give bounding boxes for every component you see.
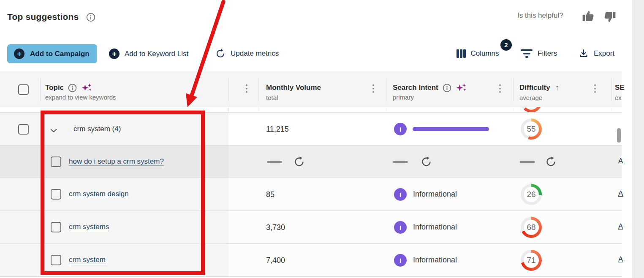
- topic-label[interactable]: crm system (4): [73, 125, 121, 133]
- intent-badge: I: [394, 254, 407, 267]
- filters-button[interactable]: Filters: [521, 49, 557, 58]
- export-label: Export: [594, 49, 614, 58]
- add-to-keyword-list-button[interactable]: + Add to Keyword List: [109, 49, 188, 59]
- column-header-truncated[interactable]: SE: [615, 84, 625, 92]
- empty-value-dash: [520, 161, 535, 163]
- add-to-campaign-label: Add to Campaign: [30, 50, 90, 58]
- truncated-column-sublabel: ex: [615, 94, 622, 101]
- filters-label: Filters: [538, 49, 557, 58]
- table-row-keyword: crm system design 85 I Informational 26 …: [0, 178, 622, 211]
- info-icon[interactable]: [442, 83, 452, 93]
- table-row-topic: crm system (4) 11,215 I 55: [0, 113, 622, 146]
- monthly-volume-column-menu[interactable]: [371, 83, 376, 94]
- intent-label: Informational: [413, 190, 457, 199]
- row-checkbox[interactable]: [51, 189, 61, 200]
- collapse-chevron-icon[interactable]: [50, 127, 57, 134]
- truncated-link[interactable]: A: [618, 255, 623, 264]
- keyword-link[interactable]: crm systems: [69, 223, 109, 231]
- column-header-search-intent[interactable]: Search Intent: [393, 83, 467, 93]
- topic-column-menu[interactable]: [244, 83, 249, 94]
- thumbs-up-button[interactable]: [582, 9, 595, 24]
- partial-row: [0, 107, 622, 113]
- keyword-link[interactable]: how do i setup a crm system?: [69, 157, 164, 166]
- update-metrics-button[interactable]: Update metrics: [215, 49, 279, 59]
- intent-badge: I: [394, 188, 407, 201]
- refresh-metric-button[interactable]: [293, 156, 305, 169]
- refresh-metric-button[interactable]: [421, 156, 432, 169]
- column-header-topic[interactable]: Topic: [45, 83, 92, 93]
- monthly-volume-sublabel: total: [266, 94, 278, 101]
- intent-distribution-bar: [413, 127, 489, 131]
- intent-badge: I: [394, 123, 407, 135]
- sort-ascending-icon: ↑: [555, 83, 560, 92]
- difficulty-gauge: 71: [521, 250, 542, 271]
- table-row-keyword: crm systems 3,730 I Informational 68 A: [0, 211, 622, 244]
- ai-sparkles-icon: [81, 83, 92, 93]
- update-metrics-label: Update metrics: [231, 49, 279, 58]
- plus-icon: +: [109, 49, 120, 59]
- ai-sparkles-icon: [456, 83, 467, 93]
- info-icon[interactable]: [68, 83, 77, 93]
- search-intent-header-label: Search Intent: [393, 84, 438, 92]
- partial-difficulty-gauge: [521, 107, 542, 113]
- topic-header-sublabel: expand to view keywords: [45, 94, 116, 101]
- difficulty-gauge: 68: [521, 217, 542, 238]
- difficulty-gauge: 26: [521, 184, 542, 205]
- info-icon[interactable]: [86, 12, 96, 24]
- plus-icon: +: [14, 49, 24, 59]
- columns-icon: [457, 49, 466, 58]
- download-icon: [579, 49, 589, 59]
- monthly-volume-value: 7,400: [266, 256, 285, 265]
- row-checkbox[interactable]: [51, 157, 61, 167]
- difficulty-column-menu[interactable]: [592, 83, 598, 94]
- thumbs-down-icon: [603, 10, 617, 24]
- page-edge-strip: [632, 0, 644, 278]
- helpful-prompt: Is this helpful?: [517, 11, 563, 20]
- monthly-volume-value: 3,730: [266, 223, 285, 232]
- export-button[interactable]: Export: [579, 49, 614, 59]
- table-row-keyword: how do i setup a crm system? A: [0, 146, 622, 178]
- keyword-link[interactable]: crm system design: [69, 190, 129, 198]
- page-title: Top suggestions: [7, 12, 79, 22]
- thumbs-up-icon: [582, 9, 595, 23]
- intent-label: Informational: [413, 256, 457, 265]
- add-to-campaign-button[interactable]: + Add to Campaign: [7, 44, 97, 63]
- columns-badge: 2: [500, 39, 512, 51]
- table-row-keyword: crm system 7,400 I Informational 71 A: [0, 244, 622, 277]
- row-checkbox[interactable]: [51, 255, 61, 265]
- truncated-link[interactable]: A: [618, 222, 623, 231]
- truncated-link[interactable]: A: [618, 157, 623, 165]
- truncated-link[interactable]: A: [618, 189, 623, 198]
- refresh-icon: [215, 49, 226, 59]
- row-checkbox[interactable]: [18, 124, 29, 135]
- keyword-link[interactable]: crm system: [69, 256, 106, 264]
- monthly-volume-value: 85: [266, 190, 274, 199]
- refresh-metric-button[interactable]: [545, 156, 557, 169]
- filters-icon: [521, 49, 533, 58]
- thumbs-down-button[interactable]: [603, 10, 617, 25]
- difficulty-gauge: 55: [521, 119, 542, 140]
- empty-value-dash: [393, 161, 408, 163]
- columns-label: Columns: [471, 49, 499, 58]
- intent-label: Informational: [413, 223, 457, 232]
- columns-button[interactable]: Columns: [457, 49, 499, 58]
- difficulty-header-label: Difficulty: [519, 84, 550, 92]
- select-all-checkbox[interactable]: [18, 84, 29, 95]
- column-header-difficulty[interactable]: Difficulty ↑: [519, 83, 559, 92]
- row-checkbox[interactable]: [51, 222, 61, 232]
- empty-value-dash: [267, 161, 282, 163]
- add-to-keyword-list-label: Add to Keyword List: [125, 50, 188, 58]
- suggestions-table: Topic expand to view keywords Monthly Vo…: [0, 72, 622, 277]
- intent-badge: I: [394, 221, 407, 234]
- monthly-volume-value: 11,215: [266, 125, 289, 134]
- search-intent-column-menu[interactable]: [497, 83, 503, 94]
- search-intent-sublabel: primary: [393, 94, 414, 101]
- vertical-scrollbar-thumb[interactable]: [617, 128, 621, 143]
- info-icon-glyph: [86, 12, 96, 22]
- topic-header-label: Topic: [45, 84, 64, 92]
- difficulty-sublabel: average: [519, 94, 542, 101]
- table-header: Topic expand to view keywords Monthly Vo…: [0, 72, 622, 107]
- column-header-monthly-volume[interactable]: Monthly Volume: [266, 84, 321, 92]
